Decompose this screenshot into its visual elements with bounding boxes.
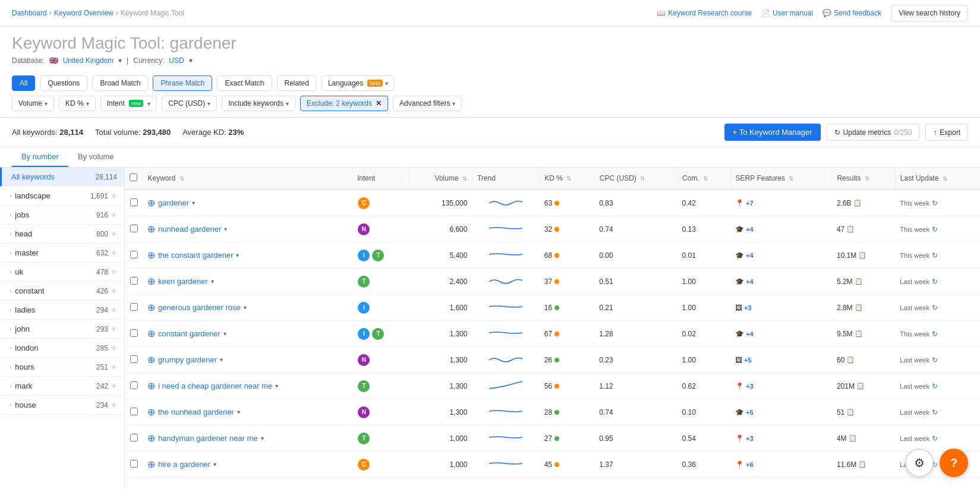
keyword-link[interactable]: handyman gardener near me ▾ [158, 434, 264, 443]
sidebar-item[interactable]: › constant 426 👁 [0, 282, 124, 301]
user-manual-link[interactable]: 📄 User manual [761, 9, 813, 17]
keyword-link[interactable]: keen gardener ▾ [158, 277, 214, 286]
view-history-button[interactable]: View search history [891, 5, 968, 21]
help-button[interactable]: ? [940, 449, 968, 477]
row-checkbox[interactable] [130, 460, 138, 468]
export-button[interactable]: ↑ Export [925, 124, 968, 141]
refresh-icon[interactable]: ↻ [932, 330, 938, 338]
keyword-link[interactable]: hire a gardener ▾ [158, 460, 216, 469]
breadcrumb-dashboard[interactable]: Dashboard [12, 9, 47, 17]
database-value[interactable]: United Kingdom [63, 56, 114, 65]
tab-related[interactable]: Related [277, 75, 317, 91]
eye-icon[interactable]: 👁 [111, 288, 117, 295]
tab-phrase-match[interactable]: Phrase Match [153, 75, 212, 91]
add-keyword-button[interactable]: ⊕ [147, 460, 155, 469]
sidebar-item[interactable]: › landscape 1,691 👁 [0, 187, 124, 206]
sort-icon[interactable]: ⇅ [789, 175, 793, 182]
refresh-icon[interactable]: ↻ [932, 434, 938, 443]
sidebar-item[interactable]: › uk 478 👁 [0, 263, 124, 282]
add-keyword-button[interactable]: ⊕ [147, 329, 155, 339]
row-checkbox[interactable] [130, 434, 138, 441]
row-checkbox[interactable] [130, 355, 138, 363]
add-keyword-button[interactable]: ⊕ [147, 225, 155, 234]
sort-icon[interactable]: ⇅ [865, 175, 869, 182]
keyword-link[interactable]: the constant gardener ▾ [158, 251, 239, 260]
include-keywords-dropdown[interactable]: Include keywords ▾ [222, 96, 295, 111]
results-header[interactable]: Results ⇅ [832, 168, 895, 190]
refresh-icon[interactable]: ↻ [932, 408, 938, 417]
keyword-link[interactable]: nunhead gardener ▾ [158, 225, 227, 234]
sort-by-volume-tab[interactable]: By volume [68, 147, 124, 167]
add-keyword-button[interactable]: ⊕ [147, 251, 155, 260]
sort-icon[interactable]: ⇅ [566, 175, 571, 182]
advanced-filters-dropdown[interactable]: Advanced filters ▾ [393, 96, 462, 111]
breadcrumb-keyword-overview[interactable]: Keyword Overview [54, 9, 114, 17]
cpc-header[interactable]: CPC (USD) ⇅ [594, 168, 677, 190]
row-checkbox[interactable] [130, 381, 138, 389]
sort-icon[interactable]: ⇅ [462, 175, 467, 182]
add-keyword-button[interactable]: ⊕ [147, 381, 155, 391]
refresh-icon[interactable]: ↻ [932, 277, 938, 286]
keyword-research-course-link[interactable]: 📖 Keyword Research course [657, 9, 752, 17]
add-keyword-button[interactable]: ⊕ [147, 355, 155, 365]
sort-icon[interactable]: ⇅ [179, 175, 184, 182]
eye-icon[interactable]: 👁 [111, 212, 117, 219]
volume-header[interactable]: Volume ⇅ [409, 168, 472, 190]
add-keyword-button[interactable]: ⊕ [147, 198, 155, 208]
keyword-link[interactable]: gardener ▾ [158, 198, 195, 207]
keyword-link[interactable]: generous gardener rose ▾ [158, 303, 247, 312]
cpc-dropdown[interactable]: CPC (USD) ▾ [162, 96, 217, 111]
update-metrics-button[interactable]: ↻ Update metrics 0/250 [827, 124, 920, 141]
currency-value[interactable]: USD [169, 56, 184, 65]
kd-header[interactable]: KD % ⇅ [540, 168, 595, 190]
exclude-keywords-button[interactable]: Exclude: 2 keywords ✕ [300, 96, 388, 111]
refresh-icon[interactable]: ↻ [932, 199, 938, 207]
intent-dropdown[interactable]: Intent new ▾ [100, 96, 157, 111]
select-all-checkbox[interactable] [130, 173, 137, 181]
settings-button[interactable]: ⚙ [905, 449, 934, 477]
sort-by-number-tab[interactable]: By number [12, 147, 68, 167]
row-checkbox[interactable] [130, 225, 138, 232]
update-header[interactable]: Last Update ⇅ [895, 168, 980, 190]
tab-broad-match[interactable]: Broad Match [92, 75, 148, 91]
refresh-icon[interactable]: ↻ [932, 356, 938, 364]
eye-icon[interactable]: 👁 [111, 307, 117, 314]
row-checkbox[interactable] [130, 408, 138, 415]
row-checkbox[interactable] [130, 329, 138, 337]
eye-icon[interactable]: 👁 [111, 250, 117, 257]
row-checkbox[interactable] [130, 251, 138, 258]
eye-icon[interactable]: 👁 [111, 326, 117, 333]
volume-dropdown[interactable]: Volume ▾ [12, 96, 54, 111]
eye-icon[interactable]: 👁 [111, 231, 117, 238]
refresh-icon[interactable]: ↻ [932, 304, 938, 312]
sort-icon[interactable]: ⇅ [703, 175, 708, 182]
sidebar-item[interactable]: › john 293 👁 [0, 320, 124, 339]
refresh-icon[interactable]: ↻ [932, 382, 938, 390]
languages-dropdown[interactable]: Languages beta ▾ [322, 75, 395, 91]
sidebar-item[interactable]: › head 800 👁 [0, 225, 124, 244]
eye-icon[interactable]: 👁 [111, 269, 117, 276]
eye-icon[interactable]: 👁 [111, 345, 117, 352]
keyword-link[interactable]: constant gardener ▾ [158, 329, 226, 338]
row-checkbox[interactable] [130, 198, 138, 206]
to-keyword-manager-button[interactable]: + To Keyword Manager [724, 124, 821, 141]
eye-icon[interactable]: 👁 [111, 383, 117, 390]
sidebar-item[interactable]: › mark 242 👁 [0, 377, 124, 396]
com-header[interactable]: Com. ⇅ [678, 168, 731, 190]
add-keyword-button[interactable]: ⊕ [147, 277, 155, 286]
close-icon[interactable]: ✕ [376, 99, 382, 108]
serp-header[interactable]: SERP Features ⇅ [730, 168, 832, 190]
eye-icon[interactable]: 👁 [111, 402, 117, 409]
row-checkbox[interactable] [130, 303, 138, 311]
tab-all[interactable]: All [12, 75, 35, 91]
keyword-link[interactable]: i need a cheap gardener near me ▾ [158, 381, 278, 390]
send-feedback-link[interactable]: 💬 Send feedback [823, 9, 881, 17]
refresh-icon[interactable]: ↻ [932, 251, 938, 260]
sidebar-item[interactable]: › ladies 294 👁 [0, 301, 124, 320]
sidebar-all-keywords[interactable]: All keywords 28,114 [0, 168, 124, 187]
tab-questions[interactable]: Questions [40, 75, 87, 91]
add-keyword-button[interactable]: ⊕ [147, 408, 155, 417]
kd-dropdown[interactable]: KD % ▾ [59, 96, 96, 111]
keyword-link[interactable]: grumpy gardener ▾ [158, 355, 223, 364]
keyword-link[interactable]: the nunhead gardener ▾ [158, 408, 240, 417]
